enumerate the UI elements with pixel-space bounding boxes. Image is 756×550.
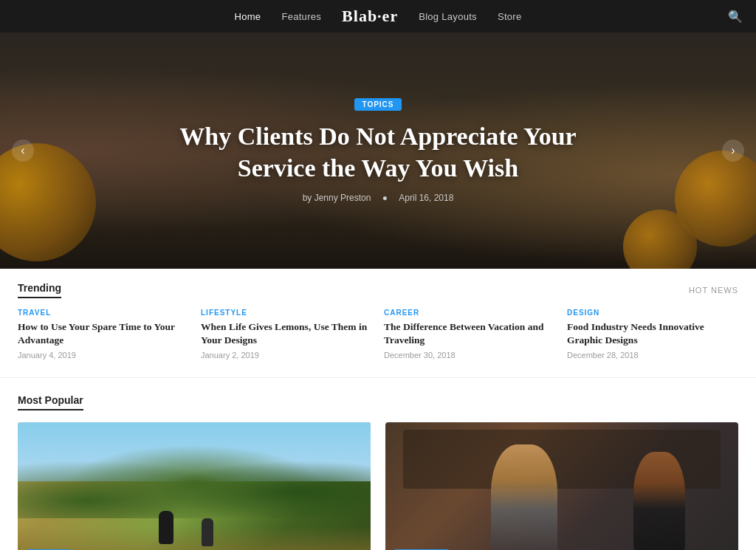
hero-meta: by Jenny Preston ● April 16, 2018 — [157, 193, 599, 203]
studio-person-1 — [491, 444, 557, 550]
card-image-2: LIFESTYLE — [385, 422, 738, 550]
hero-content: TOPICS Why Clients Do Not Appreciate You… — [112, 98, 644, 203]
nav-store[interactable]: Store — [498, 11, 522, 22]
chevron-left-icon: ‹ — [21, 144, 24, 157]
hero-author: by Jenny Preston — [303, 193, 371, 203]
trending-section-title: Trending — [18, 282, 61, 298]
popular-grid: CAREER What Keeps Us Going: Find Your Wa… — [18, 422, 738, 550]
trending-category-3: CAREER — [384, 309, 555, 317]
runner-silhouette-1 — [159, 511, 173, 544]
hero-title: Why Clients Do Not Appreciate Your Servi… — [157, 121, 599, 184]
hero-prev-button[interactable]: ‹ — [12, 140, 34, 162]
trending-title-2: When Life Gives Lemons, Use Them in Your… — [201, 320, 372, 347]
hero-next-button[interactable]: › — [722, 140, 744, 162]
nav-links: Home Features Blab·er Blog Layouts Store — [235, 7, 522, 26]
hero-tag[interactable]: TOPICS — [354, 98, 401, 111]
trending-grid: TRAVEL How to Use Your Spare Time to You… — [18, 309, 738, 370]
runner-silhouette-2 — [202, 518, 213, 546]
card-image-bg-run — [18, 422, 371, 550]
card-image-bg-studio — [385, 422, 738, 550]
trending-title-3: The Difference Between Vacation and Trav… — [384, 320, 555, 347]
trending-title-4: Food Industry Needs Innovative Graphic D… — [567, 320, 738, 347]
site-logo[interactable]: Blab·er — [342, 7, 398, 26]
trending-date-2: January 2, 2019 — [201, 351, 372, 360]
card-image-1: CAREER — [18, 422, 371, 550]
hot-news-label: HOT NEWS — [689, 286, 738, 295]
trending-item-4[interactable]: DESIGN Food Industry Needs Innovative Gr… — [567, 309, 738, 360]
trending-date-4: December 28, 2018 — [567, 351, 738, 360]
trending-date-1: January 4, 2019 — [18, 351, 189, 360]
popular-section: Most Popular CAREER What Keeps Us Going:… — [0, 378, 756, 550]
chevron-right-icon: › — [731, 144, 735, 157]
trending-section: Trending HOT NEWS TRAVEL How to Use Your… — [0, 269, 756, 378]
popular-section-title: Most Popular — [18, 394, 83, 410]
navigation: Home Features Blab·er Blog Layouts Store… — [0, 0, 756, 32]
trending-date-3: December 30, 2018 — [384, 351, 555, 360]
popular-card-2[interactable]: LIFESTYLE There Is No Way People Can Tak… — [385, 422, 738, 550]
search-icon[interactable]: 🔍 — [728, 10, 743, 24]
trending-item-3[interactable]: CAREER The Difference Between Vacation a… — [384, 309, 555, 360]
trending-category-4: DESIGN — [567, 309, 738, 317]
hero-date: April 16, 2018 — [399, 193, 453, 203]
trail-path — [18, 526, 371, 550]
nav-features[interactable]: Features — [281, 11, 321, 22]
studio-person-2 — [633, 452, 685, 550]
hero-section: ‹ TOPICS Why Clients Do Not Appreciate Y… — [0, 32, 756, 269]
nav-blog-layouts[interactable]: Blog Layouts — [419, 11, 477, 22]
hero-meta-divider: ● — [382, 193, 388, 203]
popular-card-1[interactable]: CAREER What Keeps Us Going: Find Your Wa… — [18, 422, 371, 550]
nav-home[interactable]: Home — [235, 11, 261, 22]
trending-category-2: LIFESTYLE — [201, 309, 372, 317]
trending-category-1: TRAVEL — [18, 309, 189, 317]
trending-header: Trending HOT NEWS — [18, 282, 738, 298]
trail-bushes — [18, 430, 371, 518]
trending-title-1: How to Use Your Spare Time to Your Advan… — [18, 320, 189, 347]
trending-item-1[interactable]: TRAVEL How to Use Your Spare Time to You… — [18, 309, 189, 360]
trending-item-2[interactable]: LIFESTYLE When Life Gives Lemons, Use Th… — [201, 309, 372, 360]
